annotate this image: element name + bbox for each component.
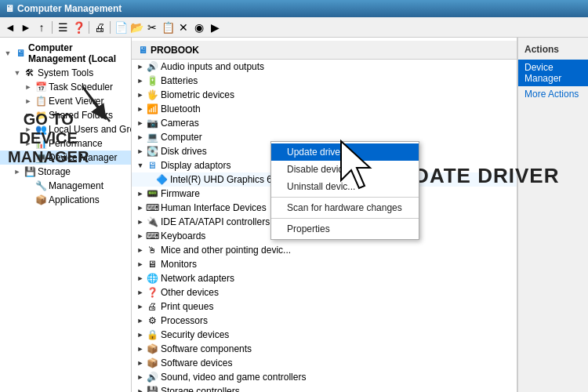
device-sw-devices[interactable]: ► 📦 Software devices <box>132 356 517 370</box>
device-security[interactable]: ► 🔒 Security devices <box>132 328 517 342</box>
device-bluetooth[interactable]: ► 📶 Bluetooth <box>132 102 517 116</box>
action-device-manager[interactable]: Device Manager <box>518 60 588 86</box>
processors-arrow: ► <box>135 317 146 325</box>
biometric-label: Biometric devices <box>161 89 234 100</box>
cameras-arrow: ► <box>135 119 146 127</box>
disk-icon: 💽 <box>146 145 158 158</box>
hid-arrow: ► <box>135 204 146 212</box>
network-icon: 🌐 <box>146 272 158 285</box>
device-biometric[interactable]: ► 🖐 Biometric devices <box>132 88 517 102</box>
device-other[interactable]: ► ❓ Other devices <box>132 285 517 299</box>
keyboards-arrow: ► <box>135 232 146 240</box>
sidebar-item-system-tools[interactable]: ▼ 🛠 System Tools <box>0 66 131 80</box>
sidebar-item-device-manager[interactable]: 💻 Device Manager <box>0 151 131 165</box>
keyboards-label: Keyboards <box>161 230 205 241</box>
help-icon[interactable]: ❓ <box>71 20 85 34</box>
properties-icon[interactable]: ◉ <box>192 20 206 34</box>
shared-arrow: ► <box>22 111 34 119</box>
print-label: Print queues <box>161 301 213 312</box>
ctx-separator2 <box>271 218 419 219</box>
sidebar-item-applications[interactable]: 📦 Applications <box>0 193 131 207</box>
firmware-arrow: ► <box>135 190 146 198</box>
storagectrl-icon: 💾 <box>146 385 158 392</box>
mice-icon: 🖱 <box>146 244 158 256</box>
apps-icon: 📦 <box>34 194 47 206</box>
sidebar-item-task-scheduler[interactable]: ► 📅 Task Scheduler <box>0 80 131 94</box>
cut-icon[interactable]: ✂ <box>145 20 159 34</box>
title-bar: 🖥 Computer Management <box>0 0 588 17</box>
ctx-update-driver[interactable]: Update driver <box>271 143 419 161</box>
mice-label: Mice and other pointing devic... <box>161 245 291 256</box>
forward-icon[interactable]: ► <box>19 20 33 34</box>
device-monitors[interactable]: ► 🖥 Monitors <box>132 257 517 271</box>
view-icon[interactable]: ☰ <box>56 20 70 34</box>
mgmt-label: Management <box>49 180 103 191</box>
device-storage-ctrl[interactable]: ► 💾 Storage controllers <box>132 384 517 392</box>
biometric-arrow: ► <box>135 91 146 99</box>
apps-label: Applications <box>49 194 100 205</box>
users-label: Local Users and Groups <box>49 124 132 135</box>
sidebar-item-shared-folders[interactable]: ► 📁 Shared Folders <box>0 108 131 122</box>
event-label: Event Viewer <box>49 96 103 107</box>
shared-icon: 📁 <box>34 109 47 122</box>
batteries-label: Batteries <box>161 75 198 86</box>
toolbar-sep2 <box>89 21 89 34</box>
delete-icon[interactable]: ✕ <box>176 20 191 34</box>
up-icon[interactable]: ↑ <box>34 20 49 34</box>
new-icon[interactable]: 📄 <box>114 20 128 34</box>
disk-label: Disk drives <box>161 146 207 157</box>
task-icon: 📅 <box>34 81 47 93</box>
sidebar-item-storage[interactable]: ► 💾 Storage <box>0 165 131 179</box>
device-audio[interactable]: ► 🔊 Audio inputs and outputs <box>132 60 517 74</box>
tree-root-label: Computer Management (Local <box>28 42 129 64</box>
keyboards-icon: ⌨ <box>146 230 158 242</box>
biometric-icon: 🖐 <box>146 89 158 101</box>
system-tools-label: System Tools <box>38 67 93 78</box>
print-icon[interactable]: 🖨 <box>93 20 107 34</box>
sidebar-item-performance[interactable]: ► 📊 Performance <box>0 136 131 151</box>
task-label: Task Scheduler <box>49 82 113 93</box>
run-icon[interactable]: ▶ <box>208 20 222 34</box>
ctx-properties[interactable]: Properties <box>271 220 419 238</box>
perf-arrow: ► <box>22 140 34 147</box>
tree-root[interactable]: ▼ 🖥 Computer Management (Local <box>0 41 131 66</box>
device-batteries[interactable]: ► 🔋 Batteries <box>132 74 517 88</box>
ide-arrow: ► <box>135 218 146 226</box>
device-sw-components[interactable]: ► 📦 Software components <box>132 342 517 356</box>
swcomp-arrow: ► <box>135 345 146 353</box>
audio-label: Audio inputs and outputs <box>161 61 264 72</box>
bluetooth-icon: 📶 <box>146 103 158 115</box>
device-print-queues[interactable]: ► 🖨 Print queues <box>132 299 517 314</box>
copy-icon[interactable]: 📋 <box>161 20 175 34</box>
open-icon[interactable]: 📂 <box>129 20 143 34</box>
sidebar-item-event-viewer[interactable]: ► 📋 Event Viewer <box>0 94 131 108</box>
sidebar-item-local-users[interactable]: ► 👥 Local Users and Groups <box>0 122 131 136</box>
ctx-scan-hardware[interactable]: Scan for hardware changes <box>271 199 419 216</box>
ctx-disable-device[interactable]: Disable device <box>271 161 419 178</box>
device-processors[interactable]: ► ⚙ Processors <box>132 314 517 328</box>
ctx-uninstall-device[interactable]: Uninstall devic... <box>271 178 419 195</box>
print-arrow: ► <box>135 303 146 310</box>
storage-arrow: ► <box>11 168 24 176</box>
batteries-arrow: ► <box>135 77 146 85</box>
sidebar-item-management[interactable]: 🔧 Management <box>0 179 131 193</box>
hid-icon: ⌨ <box>146 201 158 214</box>
firmware-label: Firmware <box>161 188 200 199</box>
actions-header: Actions <box>518 41 588 60</box>
mgmt-icon: 🔧 <box>34 180 47 192</box>
toolbar-sep1 <box>52 21 53 34</box>
device-network[interactable]: ► 🌐 Network adapters <box>132 271 517 285</box>
monitors-arrow: ► <box>135 260 146 268</box>
action-more-actions[interactable]: More Actions <box>518 86 588 102</box>
tree-root-arrow: ▼ <box>2 49 14 57</box>
audio-arrow: ► <box>135 63 146 71</box>
device-mice[interactable]: ► 🖱 Mice and other pointing devic... <box>132 243 517 257</box>
users-arrow: ► <box>22 125 34 133</box>
device-sound[interactable]: ► 🔊 Sound, video and game controllers <box>132 370 517 384</box>
devmgr-label: Device Manager <box>49 152 117 163</box>
security-label: Security devices <box>161 329 229 340</box>
display-label: Display adaptors <box>161 160 230 171</box>
device-cameras[interactable]: ► 📷 Cameras <box>132 116 517 130</box>
back-icon[interactable]: ◄ <box>3 20 17 34</box>
intel-label: Intel(R) UHD Graphics 620 <box>170 174 282 185</box>
